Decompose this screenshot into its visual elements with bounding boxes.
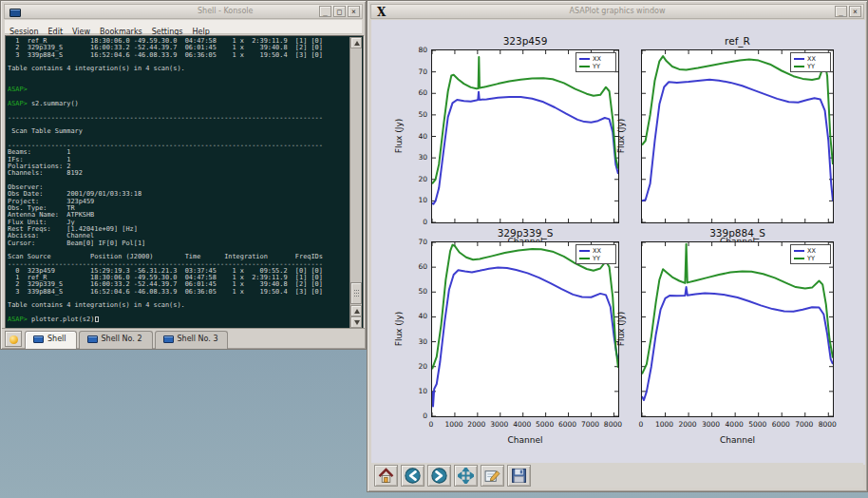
save-icon	[511, 468, 527, 484]
plot-axes[interactable]	[431, 49, 619, 223]
plot-title: ref_R	[671, 35, 804, 47]
y-tick-label: 30	[408, 337, 427, 346]
legend: XXYY	[790, 244, 831, 264]
legend-label: YY	[593, 63, 600, 70]
legend-line-yy	[579, 66, 590, 67]
minimize-button[interactable]: _	[319, 6, 331, 17]
scrollbar-thumb[interactable]	[350, 282, 362, 304]
back-icon	[405, 468, 421, 484]
terminal-line: Cursor: Beam[0] IF[0] Pol[1]	[8, 240, 349, 247]
tab-shell-no-2[interactable]: Shell No. 2	[79, 331, 153, 349]
legend: XXYY	[576, 244, 616, 264]
series-xx	[432, 267, 618, 406]
y-tick-label: 80	[408, 46, 427, 54]
legend: XXYY	[790, 52, 831, 72]
forward-icon	[431, 468, 447, 484]
toolbar-forward-button[interactable]	[427, 465, 451, 487]
y-tick-label: 0	[408, 412, 427, 420]
window-title: ASAPlot graphics window	[371, 7, 863, 15]
plot-axes[interactable]	[431, 241, 619, 417]
terminal-line: Scan Table Summary	[8, 128, 349, 135]
y-axis-label: Flux (Jy)	[394, 107, 404, 164]
plot-axes[interactable]	[641, 241, 834, 417]
terminal-line: Channels: 8192	[8, 170, 349, 177]
new-session-button[interactable]	[5, 331, 22, 347]
toolbar-save-button[interactable]	[507, 465, 531, 487]
toolbar-back-button[interactable]	[401, 465, 425, 487]
series-xx	[642, 80, 833, 201]
tab-shell[interactable]: Shell	[25, 331, 77, 349]
y-tick-label: 40	[408, 312, 427, 320]
terminal-line: Table contains 4 integration(s) in 4 sca…	[8, 66, 349, 72]
close-button[interactable]: ×	[348, 6, 360, 17]
legend-line-yy	[794, 66, 804, 67]
toolbar-pan-button[interactable]	[454, 465, 478, 487]
y-tick-label: 70	[408, 67, 427, 76]
scroll-up-button-2[interactable]	[350, 305, 362, 316]
plot-title: 329p339_S	[459, 227, 592, 239]
terminal-line: ASAP>	[8, 86, 349, 93]
scroll-up-button[interactable]	[350, 37, 362, 48]
toolbar-home-button[interactable]	[374, 465, 398, 487]
terminal-line	[8, 73, 349, 80]
y-tick-label: 40	[408, 132, 427, 141]
terminal-tab-icon	[87, 335, 98, 343]
tab-label: Shell No. 3	[178, 335, 218, 343]
terminal-line: ASAP> plotter.plot(s2)	[8, 316, 349, 323]
y-tick-label: 60	[408, 262, 427, 271]
y-tick-label: 70	[408, 238, 427, 246]
y-tick-label: 60	[408, 88, 427, 97]
toolbar-edit-button[interactable]	[481, 465, 504, 487]
legend-entry: XX	[794, 55, 828, 63]
tab-label: Shell	[47, 335, 66, 343]
maximize-button[interactable]: □	[333, 6, 346, 17]
desktop: Shell - Konsole _□× SessionEditViewBookm…	[0, 0, 868, 498]
series-yy	[432, 57, 618, 183]
scrollbar[interactable]	[349, 37, 362, 328]
plot-axes[interactable]	[641, 49, 834, 223]
y-tick-label: 0	[408, 218, 427, 226]
x-axis-label: Channel	[487, 435, 563, 445]
asaplot-titlebar[interactable]: X ASAPlot graphics window _×	[370, 4, 864, 19]
x-axis-label: Channel	[700, 435, 776, 445]
series-yy	[642, 56, 833, 164]
konsole-titlebar[interactable]: Shell - Konsole _□×	[4, 4, 363, 19]
terminal-line: ----------------------------------------…	[8, 115, 349, 122]
window-controls: _×	[835, 6, 861, 17]
plot-canvas[interactable]: 323p45901020304050607080ChannelFlux (Jy)…	[371, 20, 865, 465]
home-icon	[378, 468, 394, 484]
new-session-icon	[9, 335, 18, 344]
x-tick-label: 8000	[813, 420, 841, 429]
y-tick-label: 10	[408, 387, 427, 395]
scroll-down-button[interactable]	[350, 316, 362, 328]
legend-line-xx	[579, 58, 590, 60]
terminal-line: 3 339p884_S 16:52:04.6 -46.08.33.9 06:36…	[8, 289, 349, 296]
y-tick-label: 20	[408, 175, 427, 183]
legend-label: XX	[807, 55, 816, 63]
legend-label: YY	[807, 63, 815, 70]
legend-line-yy	[579, 258, 590, 259]
x-tick-label: 8000	[598, 420, 627, 429]
plot-toolbar	[371, 463, 863, 488]
legend-label: XX	[593, 55, 601, 63]
window-title: Shell - Konsole	[198, 7, 254, 15]
subplot-339p884_S: 339p884_S0100020003000400050006000700080…	[641, 241, 834, 417]
legend-label: XX	[807, 247, 816, 255]
legend-entry: YY	[794, 63, 828, 70]
terminal[interactable]: 1 ref_R 18:30:06.0 -49.59.30.0 04:47:58 …	[8, 38, 349, 326]
legend: XXYY	[576, 52, 616, 72]
y-tick-label: 50	[408, 287, 427, 296]
terminal-frame: 1 ref_R 18:30:06.0 -49.59.30.0 04:47:58 …	[5, 35, 364, 329]
terminal-line: 3 339p884_S 16:52:04.6 -46.08.33.9 06:36…	[8, 52, 349, 59]
tab-shell-no-3[interactable]: Shell No. 3	[155, 331, 229, 349]
close-button[interactable]: ×	[849, 6, 861, 17]
legend-label: YY	[593, 255, 600, 262]
minimize-button[interactable]: _	[835, 6, 847, 17]
subplot-323p459: 323p45901020304050607080ChannelFlux (Jy)…	[431, 49, 619, 223]
legend-line-yy	[794, 258, 804, 259]
subplot-329p339_S: 329p339_S0102030405060700100020003000400…	[431, 241, 619, 417]
y-tick-label: 30	[408, 153, 427, 162]
edit-icon	[484, 468, 500, 484]
legend-entry: YY	[579, 255, 613, 262]
y-axis-label: Flux (Jy)	[394, 300, 404, 357]
